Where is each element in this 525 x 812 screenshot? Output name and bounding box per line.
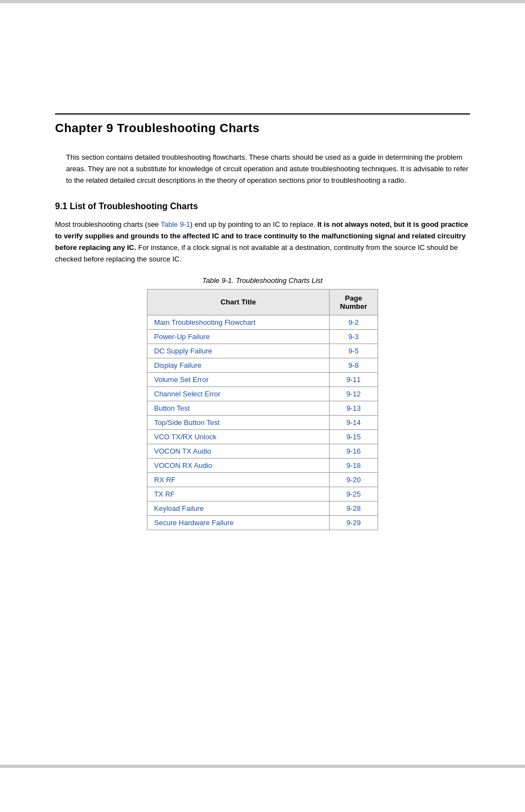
- page-num-cell: 9-25: [329, 487, 378, 501]
- table-row: VOCON RX Audio9-18: [147, 458, 378, 472]
- chart-title-cell[interactable]: VOCON RX Audio: [147, 458, 330, 472]
- page-num-cell: 9-2: [329, 315, 378, 329]
- chart-title-cell[interactable]: TX RF: [147, 487, 330, 501]
- chart-title-cell[interactable]: VOCON TX Audio: [147, 444, 330, 458]
- page-num-cell: 9-18: [329, 458, 378, 472]
- page-num-cell: 9-5: [329, 344, 378, 358]
- intro-text: This section contains detailed troublesh…: [66, 152, 470, 186]
- header-page-number: PageNumber: [329, 289, 378, 315]
- body-text-part1: Most troubleshooting charts (see: [55, 220, 161, 228]
- bottom-border: [0, 765, 525, 768]
- chart-title-cell[interactable]: Top/Side Button Test: [147, 415, 330, 429]
- table-row: Main Troubleshooting Flowchart9-2: [147, 315, 378, 329]
- header-chart-title: Chart Title: [147, 289, 330, 315]
- page-num-cell: 9-13: [329, 401, 378, 415]
- table-row: VCO TX/RX Unlock9-15: [147, 429, 378, 444]
- page-num-cell: 9-14: [329, 415, 378, 429]
- page-num-cell: 9-15: [329, 429, 378, 444]
- body-text: Most troubleshooting charts (see Table 9…: [55, 219, 470, 265]
- table-row: Display Failure9-8: [147, 358, 378, 372]
- page-num-cell: 9-12: [329, 386, 378, 401]
- chart-title-cell[interactable]: Main Troubleshooting Flowchart: [147, 315, 330, 329]
- table-row: Volume Set Error9-11: [147, 372, 378, 386]
- chart-title-cell[interactable]: DC Supply Failure: [147, 344, 330, 358]
- table-caption: Table 9-1. Troubleshooting Charts List: [55, 276, 470, 285]
- page-num-cell: 9-8: [329, 358, 378, 372]
- page-num-cell: 9-28: [329, 501, 378, 515]
- page-num-cell: 9-3: [329, 329, 378, 344]
- table-row: DC Supply Failure9-5: [147, 344, 378, 358]
- table-ref-link[interactable]: Table 9-1: [161, 220, 190, 228]
- table-row: Secure Hardware Failure9-29: [147, 515, 378, 530]
- table-row: Power-Up Failure9-3: [147, 329, 378, 344]
- section-title: 9.1 List of Troubleshooting Charts: [55, 201, 470, 211]
- table-header-row: Chart Title PageNumber: [147, 289, 378, 315]
- table-row: RX RF9-20: [147, 472, 378, 487]
- chart-title-cell[interactable]: Keyload Failure: [147, 501, 330, 515]
- page: Chapter 9 Troubleshooting Charts This se…: [0, 0, 525, 812]
- table-row: VOCON TX Audio9-16: [147, 444, 378, 458]
- chart-table: Chart Title PageNumber Main Troubleshoot…: [147, 289, 378, 530]
- table-row: TX RF9-25: [147, 487, 378, 501]
- table-row: Channel Select Error9-12: [147, 386, 378, 401]
- chart-title-cell[interactable]: RX RF: [147, 472, 330, 487]
- chart-title-cell[interactable]: Secure Hardware Failure: [147, 515, 330, 530]
- page-num-cell: 9-20: [329, 472, 378, 487]
- body-text-part2: ) end up by pointing to an IC to replace…: [190, 220, 317, 228]
- chapter-header: Chapter 9 Troubleshooting Charts: [55, 113, 470, 135]
- table-row: Keyload Failure9-28: [147, 501, 378, 515]
- chart-title-cell[interactable]: VCO TX/RX Unlock: [147, 429, 330, 444]
- page-num-cell: 9-16: [329, 444, 378, 458]
- page-num-cell: 9-11: [329, 372, 378, 386]
- chart-title-cell[interactable]: Volume Set Error: [147, 372, 330, 386]
- section-number: 9.1: [55, 201, 67, 211]
- chart-title-cell[interactable]: Display Failure: [147, 358, 330, 372]
- table-row: Top/Side Button Test9-14: [147, 415, 378, 429]
- content-area: Chapter 9 Troubleshooting Charts This se…: [0, 3, 525, 607]
- section-heading: List of Troubleshooting Charts: [70, 201, 198, 211]
- chapter-title: Chapter 9 Troubleshooting Charts: [55, 121, 470, 135]
- table-wrapper: Chart Title PageNumber Main Troubleshoot…: [55, 289, 470, 530]
- chart-title-cell[interactable]: Power-Up Failure: [147, 329, 330, 344]
- page-num-cell: 9-29: [329, 515, 378, 530]
- chart-title-cell[interactable]: Button Test: [147, 401, 330, 415]
- table-row: Button Test9-13: [147, 401, 378, 415]
- chart-title-cell[interactable]: Channel Select Error: [147, 386, 330, 401]
- table-body: Main Troubleshooting Flowchart9-2Power-U…: [147, 315, 378, 530]
